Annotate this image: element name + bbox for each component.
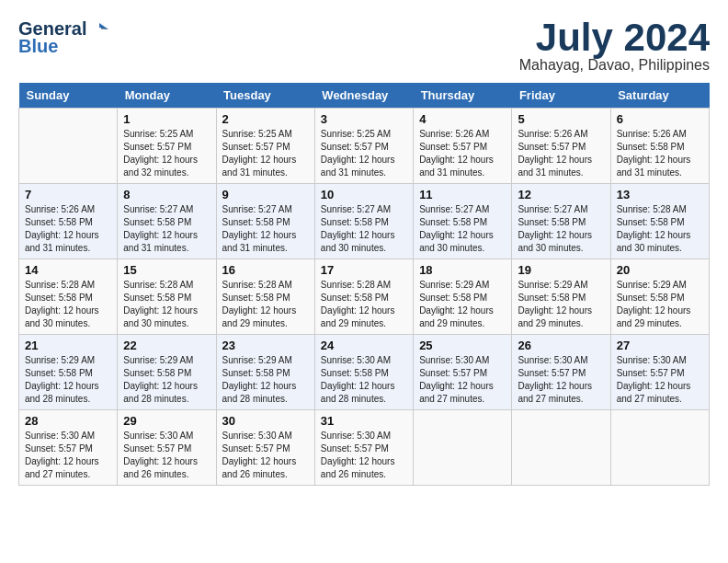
day-number: 12 <box>518 188 604 201</box>
table-row: 9Sunrise: 5:27 AM Sunset: 5:58 PM Daylig… <box>216 184 314 259</box>
table-row: 30Sunrise: 5:30 AM Sunset: 5:57 PM Dayli… <box>216 410 314 486</box>
day-number: 31 <box>321 414 407 428</box>
day-number: 20 <box>617 263 703 277</box>
table-row: 23Sunrise: 5:29 AM Sunset: 5:58 PM Dayli… <box>216 335 314 410</box>
day-info: Sunrise: 5:30 AM Sunset: 5:58 PM Dayligh… <box>321 354 407 406</box>
day-number: 8 <box>123 188 210 201</box>
table-row: 29Sunrise: 5:30 AM Sunset: 5:57 PM Dayli… <box>118 410 216 486</box>
header-monday: Monday <box>118 83 216 109</box>
table-row: 5Sunrise: 5:26 AM Sunset: 5:57 PM Daylig… <box>512 109 610 184</box>
month-title: July 2024 <box>519 18 710 57</box>
calendar-week-row: 7Sunrise: 5:26 AM Sunset: 5:58 PM Daylig… <box>19 184 710 259</box>
day-number: 10 <box>321 188 407 201</box>
table-row <box>414 410 512 486</box>
day-info: Sunrise: 5:29 AM Sunset: 5:58 PM Dayligh… <box>617 279 703 330</box>
table-row: 3Sunrise: 5:25 AM Sunset: 5:57 PM Daylig… <box>314 109 413 184</box>
day-info: Sunrise: 5:27 AM Sunset: 5:58 PM Dayligh… <box>222 203 309 255</box>
header-friday: Friday <box>512 83 610 109</box>
day-number: 1 <box>123 112 210 126</box>
table-row: 20Sunrise: 5:29 AM Sunset: 5:58 PM Dayli… <box>610 259 709 335</box>
page-header: General Blue July 2024 Mahayag, Davao, P… <box>18 18 710 74</box>
header-wednesday: Wednesday <box>314 83 413 109</box>
day-number: 28 <box>25 414 111 428</box>
logo-blue: Blue <box>18 36 58 57</box>
day-info: Sunrise: 5:26 AM Sunset: 5:58 PM Dayligh… <box>617 128 703 179</box>
table-row: 17Sunrise: 5:28 AM Sunset: 5:58 PM Dayli… <box>314 259 413 335</box>
day-info: Sunrise: 5:30 AM Sunset: 5:57 PM Dayligh… <box>123 430 210 481</box>
table-row: 18Sunrise: 5:29 AM Sunset: 5:58 PM Dayli… <box>414 259 512 335</box>
day-info: Sunrise: 5:30 AM Sunset: 5:57 PM Dayligh… <box>419 354 506 406</box>
day-info: Sunrise: 5:29 AM Sunset: 5:58 PM Dayligh… <box>222 354 309 406</box>
table-row: 2Sunrise: 5:25 AM Sunset: 5:57 PM Daylig… <box>216 109 314 184</box>
header-tuesday: Tuesday <box>216 83 314 109</box>
day-number: 21 <box>25 339 111 352</box>
calendar-header-row: Sunday Monday Tuesday Wednesday Thursday… <box>19 83 710 109</box>
day-number: 29 <box>123 414 210 428</box>
table-row: 27Sunrise: 5:30 AM Sunset: 5:57 PM Dayli… <box>610 335 709 410</box>
table-row: 19Sunrise: 5:29 AM Sunset: 5:58 PM Dayli… <box>512 259 610 335</box>
header-thursday: Thursday <box>414 83 512 109</box>
calendar-week-row: 28Sunrise: 5:30 AM Sunset: 5:57 PM Dayli… <box>19 410 710 486</box>
day-info: Sunrise: 5:27 AM Sunset: 5:58 PM Dayligh… <box>518 203 604 255</box>
day-info: Sunrise: 5:28 AM Sunset: 5:58 PM Dayligh… <box>123 279 210 330</box>
day-info: Sunrise: 5:30 AM Sunset: 5:57 PM Dayligh… <box>518 354 604 406</box>
day-info: Sunrise: 5:29 AM Sunset: 5:58 PM Dayligh… <box>518 279 604 330</box>
calendar-week-row: 14Sunrise: 5:28 AM Sunset: 5:58 PM Dayli… <box>19 259 710 335</box>
day-info: Sunrise: 5:29 AM Sunset: 5:58 PM Dayligh… <box>123 354 210 406</box>
day-number: 25 <box>419 339 506 352</box>
day-number: 7 <box>25 188 111 201</box>
day-number: 19 <box>518 263 604 277</box>
table-row: 13Sunrise: 5:28 AM Sunset: 5:58 PM Dayli… <box>610 184 709 259</box>
day-info: Sunrise: 5:27 AM Sunset: 5:58 PM Dayligh… <box>123 203 210 255</box>
header-saturday: Saturday <box>610 83 709 109</box>
header-sunday: Sunday <box>19 83 118 109</box>
table-row: 6Sunrise: 5:26 AM Sunset: 5:58 PM Daylig… <box>610 109 709 184</box>
calendar-week-row: 1Sunrise: 5:25 AM Sunset: 5:57 PM Daylig… <box>19 109 710 184</box>
table-row: 22Sunrise: 5:29 AM Sunset: 5:58 PM Dayli… <box>118 335 216 410</box>
table-row <box>512 410 610 486</box>
day-number: 27 <box>617 339 703 352</box>
table-row: 26Sunrise: 5:30 AM Sunset: 5:57 PM Dayli… <box>512 335 610 410</box>
day-info: Sunrise: 5:26 AM Sunset: 5:57 PM Dayligh… <box>419 128 506 179</box>
day-info: Sunrise: 5:26 AM Sunset: 5:57 PM Dayligh… <box>518 128 604 179</box>
title-section: July 2024 Mahayag, Davao, Philippines <box>519 18 710 74</box>
table-row: 24Sunrise: 5:30 AM Sunset: 5:58 PM Dayli… <box>314 335 413 410</box>
day-info: Sunrise: 5:30 AM Sunset: 5:57 PM Dayligh… <box>321 430 407 481</box>
day-info: Sunrise: 5:30 AM Sunset: 5:57 PM Dayligh… <box>25 430 111 481</box>
day-number: 18 <box>419 263 506 277</box>
day-number: 4 <box>419 112 506 126</box>
logo-bird-icon <box>88 19 108 40</box>
day-number: 5 <box>518 112 604 126</box>
day-number: 3 <box>321 112 407 126</box>
logo: General Blue <box>18 18 108 57</box>
calendar-table: Sunday Monday Tuesday Wednesday Thursday… <box>18 83 710 486</box>
calendar-week-row: 21Sunrise: 5:29 AM Sunset: 5:58 PM Dayli… <box>19 335 710 410</box>
table-row: 31Sunrise: 5:30 AM Sunset: 5:57 PM Dayli… <box>314 410 413 486</box>
location-subtitle: Mahayag, Davao, Philippines <box>519 57 710 74</box>
table-row: 1Sunrise: 5:25 AM Sunset: 5:57 PM Daylig… <box>118 109 216 184</box>
day-info: Sunrise: 5:25 AM Sunset: 5:57 PM Dayligh… <box>222 128 309 179</box>
table-row: 14Sunrise: 5:28 AM Sunset: 5:58 PM Dayli… <box>19 259 118 335</box>
day-info: Sunrise: 5:30 AM Sunset: 5:57 PM Dayligh… <box>222 430 309 481</box>
day-info: Sunrise: 5:26 AM Sunset: 5:58 PM Dayligh… <box>25 203 111 255</box>
day-number: 30 <box>222 414 309 428</box>
day-info: Sunrise: 5:27 AM Sunset: 5:58 PM Dayligh… <box>419 203 506 255</box>
day-number: 11 <box>419 188 506 201</box>
day-number: 2 <box>222 112 309 126</box>
day-info: Sunrise: 5:28 AM Sunset: 5:58 PM Dayligh… <box>222 279 309 330</box>
day-number: 24 <box>321 339 407 352</box>
day-number: 9 <box>222 188 309 201</box>
day-info: Sunrise: 5:25 AM Sunset: 5:57 PM Dayligh… <box>123 128 210 179</box>
day-info: Sunrise: 5:30 AM Sunset: 5:57 PM Dayligh… <box>617 354 703 406</box>
day-info: Sunrise: 5:28 AM Sunset: 5:58 PM Dayligh… <box>617 203 703 255</box>
table-row <box>610 410 709 486</box>
table-row: 8Sunrise: 5:27 AM Sunset: 5:58 PM Daylig… <box>118 184 216 259</box>
day-number: 15 <box>123 263 210 277</box>
table-row: 12Sunrise: 5:27 AM Sunset: 5:58 PM Dayli… <box>512 184 610 259</box>
table-row: 15Sunrise: 5:28 AM Sunset: 5:58 PM Dayli… <box>118 259 216 335</box>
day-info: Sunrise: 5:25 AM Sunset: 5:57 PM Dayligh… <box>321 128 407 179</box>
day-info: Sunrise: 5:28 AM Sunset: 5:58 PM Dayligh… <box>321 279 407 330</box>
day-number: 17 <box>321 263 407 277</box>
day-number: 14 <box>25 263 111 277</box>
day-number: 13 <box>617 188 703 201</box>
